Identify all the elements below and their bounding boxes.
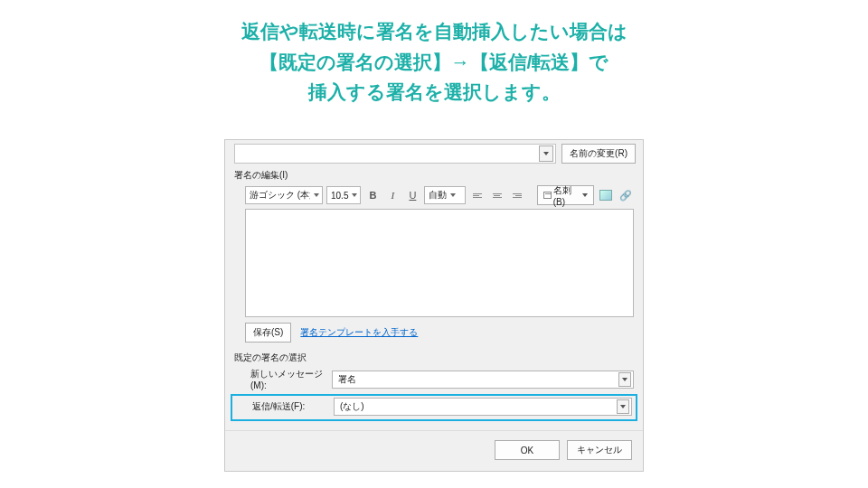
instruction-line-2: 【既定の署名の選択】→【返信/転送】で xyxy=(0,47,868,78)
font-size-select[interactable]: 10.5 xyxy=(326,186,361,204)
chevron-down-icon xyxy=(543,152,549,155)
reply-forward-value: (なし) xyxy=(340,400,364,413)
card-icon xyxy=(543,192,552,199)
instruction-line-3: 挿入する署名を選択します。 xyxy=(0,77,868,108)
ok-button[interactable]: OK xyxy=(495,440,560,460)
dropdown-button[interactable] xyxy=(617,399,629,414)
reply-forward-row: 返信/転送(F): (なし) xyxy=(231,394,637,421)
font-family-value: 游ゴシック (本文の xyxy=(250,189,310,202)
font-color-select[interactable]: 自動 xyxy=(424,186,465,204)
align-left-button[interactable] xyxy=(469,186,486,204)
font-size-value: 10.5 xyxy=(331,191,348,201)
signature-editor[interactable] xyxy=(245,209,634,317)
dialog-footer: OK キャンセル xyxy=(225,430,643,471)
edit-signature-label: 署名の編集(I) xyxy=(225,167,643,183)
bold-button[interactable]: B xyxy=(364,186,381,204)
new-message-value: 署名 xyxy=(338,373,356,386)
chevron-down-icon xyxy=(582,193,588,197)
chevron-down-icon xyxy=(352,193,357,197)
signature-dialog: 名前の変更(R) 署名の編集(I) 游ゴシック (本文の 10.5 B I U … xyxy=(224,139,644,472)
new-message-row: 新しいメッセージ(M): 署名 xyxy=(234,366,634,394)
chevron-down-icon xyxy=(622,378,627,381)
picture-icon xyxy=(599,190,612,201)
dropdown-button[interactable] xyxy=(539,145,553,162)
chevron-down-icon xyxy=(314,193,319,197)
get-templates-link[interactable]: 署名テンプレートを入手する xyxy=(300,326,418,339)
font-family-select[interactable]: 游ゴシック (本文の xyxy=(245,186,323,204)
align-center-button[interactable] xyxy=(489,186,505,204)
instruction-annotation: 返信や転送時に署名を自動挿入したい場合は 【既定の署名の選択】→【返信/転送】で… xyxy=(0,0,868,108)
instruction-line-1: 返信や転送時に署名を自動挿入したい場合は xyxy=(0,16,868,47)
align-right-button[interactable] xyxy=(509,186,525,204)
insert-picture-button[interactable] xyxy=(598,186,614,204)
reply-forward-select[interactable]: (なし) xyxy=(334,398,632,416)
chevron-down-icon xyxy=(620,405,626,408)
rename-button[interactable]: 名前の変更(R) xyxy=(561,144,636,164)
reply-forward-label: 返信/転送(F): xyxy=(252,400,330,413)
new-message-select[interactable]: 署名 xyxy=(332,371,634,389)
business-card-label: 名刺(B) xyxy=(553,184,579,207)
italic-button[interactable]: I xyxy=(384,186,401,204)
save-button[interactable]: 保存(S) xyxy=(245,323,291,343)
underline-button[interactable]: U xyxy=(404,186,420,204)
signature-list-select[interactable] xyxy=(234,144,556,164)
dropdown-button[interactable] xyxy=(618,372,631,387)
new-message-label: 新しいメッセージ(M): xyxy=(250,368,328,390)
business-card-button[interactable]: 名刺(B) xyxy=(537,185,594,205)
default-signature-section-label: 既定の署名の選択 xyxy=(234,350,634,366)
insert-link-button[interactable]: 🔗 xyxy=(618,186,634,204)
format-toolbar: 游ゴシック (本文の 10.5 B I U 自動 名刺(B) 🔗 xyxy=(225,183,643,209)
chevron-down-icon xyxy=(450,193,456,197)
cancel-button[interactable]: キャンセル xyxy=(567,440,632,460)
font-color-value: 自動 xyxy=(429,189,447,202)
